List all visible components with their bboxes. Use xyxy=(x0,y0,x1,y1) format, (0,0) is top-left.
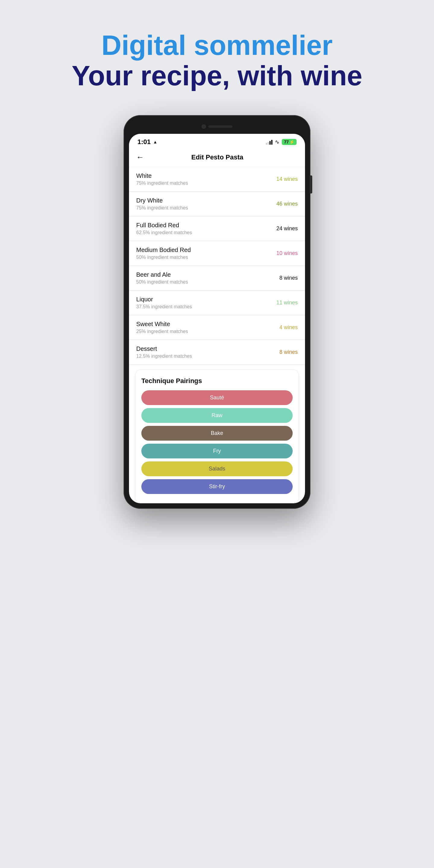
wine-match: 50% ingredient matches xyxy=(136,255,276,260)
wine-list-item[interactable]: White 75% ingredient matches 14 wines xyxy=(129,167,305,192)
wine-name: Beer and Ale xyxy=(136,271,279,278)
technique-pill[interactable]: Bake xyxy=(141,426,293,441)
wine-count: 14 wines xyxy=(276,176,298,182)
pills-container: SautéRawBakeFrySaladsStir-fry xyxy=(141,390,293,494)
battery-icon: 77 ⚡ xyxy=(282,139,297,145)
wine-match: 50% ingredient matches xyxy=(136,279,279,285)
wine-info: Liquor 37.5% ingredient matches xyxy=(136,296,276,310)
wine-list: White 75% ingredient matches 14 wines Dr… xyxy=(129,167,305,365)
technique-card: Technique Pairings SautéRawBakeFrySalads… xyxy=(135,370,299,503)
wine-count: 4 wines xyxy=(279,324,298,331)
speaker-icon xyxy=(208,125,232,128)
wine-count: 8 wines xyxy=(279,275,298,281)
screen-title: Edit Pesto Pasta xyxy=(149,153,286,161)
technique-pill[interactable]: Fry xyxy=(141,444,293,458)
nav-bar: ← Edit Pesto Pasta xyxy=(129,148,305,167)
wifi-icon: ∿ xyxy=(275,138,279,145)
status-icons: ∿ 77 ⚡ xyxy=(266,138,297,145)
wine-name: Liquor xyxy=(136,296,276,303)
hero-section: Digital sommelier Your recipe, with wine xyxy=(72,30,362,91)
wine-info: Sweet White 25% ingredient matches xyxy=(136,321,279,334)
wine-count: 8 wines xyxy=(279,349,298,355)
phone-screen: 1:01 ▲ ∿ 77 ⚡ xyxy=(129,134,305,503)
wine-info: Medium Bodied Red 50% ingredient matches xyxy=(136,247,276,260)
wine-count: 24 wines xyxy=(276,225,298,232)
wine-list-item[interactable]: Full Bodied Red 62.5% ingredient matches… xyxy=(129,216,305,241)
wine-info: Dry White 75% ingredient matches xyxy=(136,197,276,211)
wine-list-item[interactable]: Liquor 37.5% ingredient matches 11 wines xyxy=(129,290,305,315)
technique-pill[interactable]: Raw xyxy=(141,408,293,423)
wine-list-item[interactable]: Dessert 12.5% ingredient matches 8 wines xyxy=(129,340,305,365)
back-button[interactable]: ← xyxy=(136,153,144,162)
side-button xyxy=(310,176,312,193)
technique-pill[interactable]: Stir-fry xyxy=(141,479,293,494)
wine-match: 75% ingredient matches xyxy=(136,205,276,211)
technique-pill[interactable]: Salads xyxy=(141,461,293,476)
wine-match: 62.5% ingredient matches xyxy=(136,230,276,236)
wine-count: 10 wines xyxy=(276,250,298,256)
status-time: 1:01 ▲ xyxy=(137,138,157,146)
wine-match: 75% ingredient matches xyxy=(136,181,276,186)
phone-notch xyxy=(129,121,305,133)
wine-name: Dry White xyxy=(136,197,276,204)
wine-name: Full Bodied Red xyxy=(136,222,276,229)
camera-icon xyxy=(202,124,206,129)
wine-list-item[interactable]: Medium Bodied Red 50% ingredient matches… xyxy=(129,241,305,266)
wine-list-item[interactable]: Sweet White 25% ingredient matches 4 win… xyxy=(129,315,305,340)
wine-match: 37.5% ingredient matches xyxy=(136,304,276,310)
wine-match: 12.5% ingredient matches xyxy=(136,353,279,359)
wine-match: 25% ingredient matches xyxy=(136,329,279,334)
wine-list-item[interactable]: Beer and Ale 50% ingredient matches 8 wi… xyxy=(129,266,305,290)
phone-mockup: 1:01 ▲ ∿ 77 ⚡ xyxy=(124,115,310,509)
technique-title: Technique Pairings xyxy=(141,377,293,385)
wine-count: 11 wines xyxy=(276,300,298,306)
hero-line1: Digital sommelier xyxy=(72,30,362,61)
wine-count: 46 wines xyxy=(276,201,298,207)
wine-info: White 75% ingredient matches xyxy=(136,173,276,186)
wine-list-item[interactable]: Dry White 75% ingredient matches 46 wine… xyxy=(129,192,305,216)
wine-name: Medium Bodied Red xyxy=(136,247,276,253)
hero-line2: Your recipe, with wine xyxy=(72,61,362,91)
signal-icon xyxy=(266,139,273,145)
wine-name: White xyxy=(136,173,276,179)
status-bar: 1:01 ▲ ∿ 77 ⚡ xyxy=(129,134,305,148)
wine-name: Dessert xyxy=(136,345,279,352)
wine-info: Full Bodied Red 62.5% ingredient matches xyxy=(136,222,276,236)
wine-name: Sweet White xyxy=(136,321,279,328)
location-arrow-icon: ▲ xyxy=(153,140,157,144)
wine-info: Beer and Ale 50% ingredient matches xyxy=(136,271,279,285)
technique-pill[interactable]: Sauté xyxy=(141,390,293,405)
wine-info: Dessert 12.5% ingredient matches xyxy=(136,345,279,359)
